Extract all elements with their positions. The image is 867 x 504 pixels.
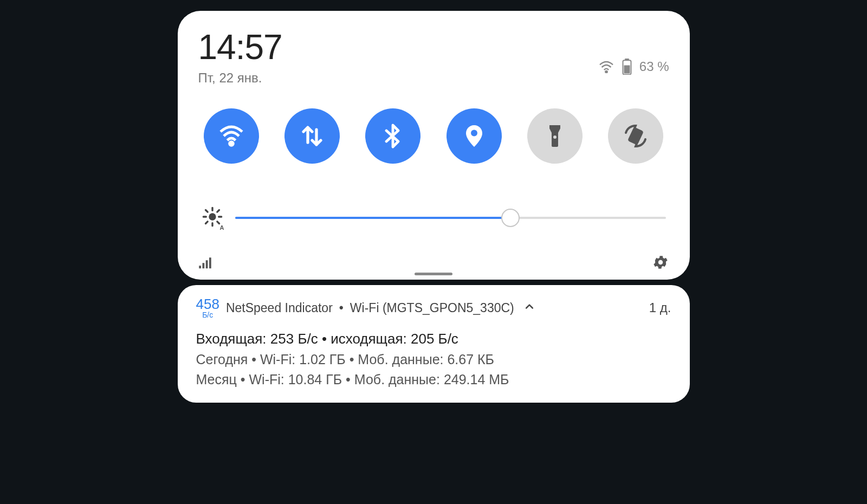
toggle-wifi[interactable]: [204, 108, 259, 164]
panel-bottom-row: [198, 254, 669, 271]
status-bar-right: 63 %: [598, 59, 669, 75]
svg-point-8: [209, 213, 216, 220]
notification-shade: 14:57 Пт, 22 янв. 63 %: [178, 11, 690, 504]
brightness-auto-label: A: [220, 224, 224, 231]
flashlight-icon: [542, 123, 568, 149]
notification-header: 458 Б/с NetSpeed Indicator • Wi-Fi (MGTS…: [196, 297, 671, 319]
svg-line-15: [205, 222, 208, 224]
header-left: 14:57 Пт, 22 янв.: [198, 27, 282, 86]
notification-line-1: Входящая: 253 Б/с • исходящая: 205 Б/с: [196, 331, 671, 347]
toggle-flashlight[interactable]: [527, 108, 583, 164]
slider-thumb[interactable]: [501, 209, 520, 227]
toggle-auto-rotate[interactable]: [608, 108, 663, 164]
panel-drag-handle[interactable]: [415, 273, 452, 275]
svg-rect-19: [205, 260, 208, 268]
wifi-status-icon: [598, 60, 614, 73]
notification-body: Входящая: 253 Б/с • исходящая: 205 Б/с С…: [196, 331, 671, 387]
svg-point-21: [658, 260, 663, 265]
svg-line-14: [217, 222, 219, 224]
svg-rect-17: [199, 266, 201, 268]
notification-line-3: Месяц • Wi-Fi: 10.84 ГБ • Моб. данные: 2…: [196, 372, 671, 387]
notification-age: 1 д.: [649, 300, 671, 315]
battery-percent: 63 %: [639, 59, 669, 74]
speed-value: 458: [196, 297, 219, 311]
brightness-slider[interactable]: [235, 208, 666, 228]
netspeed-badge-icon: 458 Б/с: [196, 297, 219, 319]
svg-line-13: [205, 210, 208, 212]
brightness-auto-icon[interactable]: A: [202, 206, 223, 230]
toggle-mobile-data[interactable]: [284, 108, 340, 164]
notification-line-2: Сегодня • Wi-Fi: 1.02 ГБ • Моб. данные: …: [196, 352, 671, 367]
wifi-icon: [218, 123, 244, 149]
svg-rect-3: [624, 66, 630, 74]
quick-toggles-row: [198, 86, 669, 164]
toggle-location[interactable]: [447, 108, 502, 164]
svg-point-6: [553, 135, 557, 139]
settings-gear-icon[interactable]: [652, 254, 669, 271]
brightness-row: A: [198, 206, 669, 230]
location-pin-icon: [461, 123, 487, 149]
clock-date: Пт, 22 янв.: [198, 70, 282, 86]
separator-dot: •: [339, 301, 344, 315]
quick-settings-panel: 14:57 Пт, 22 янв. 63 %: [178, 11, 690, 280]
bluetooth-icon: [380, 123, 406, 149]
rotate-icon: [623, 123, 649, 149]
clock-time: 14:57: [198, 27, 282, 67]
battery-icon: [622, 59, 632, 75]
svg-point-0: [605, 71, 607, 73]
sim-signal-icon[interactable]: [198, 255, 215, 269]
svg-rect-18: [202, 263, 204, 268]
svg-rect-7: [627, 127, 644, 145]
speed-unit: Б/с: [202, 311, 213, 319]
slider-fill: [235, 217, 511, 219]
svg-line-16: [217, 210, 219, 212]
collapse-caret-icon[interactable]: [524, 301, 535, 315]
svg-rect-20: [209, 257, 211, 268]
notification-app-name: NetSpeed Indicator: [226, 301, 333, 315]
data-arrows-icon: [299, 123, 325, 149]
notification-subtitle: Wi-Fi (MGTS_GPON5_330C): [350, 301, 514, 315]
svg-point-4: [229, 142, 233, 146]
notification-card[interactable]: 458 Б/с NetSpeed Indicator • Wi-Fi (MGTS…: [178, 285, 690, 403]
svg-point-5: [471, 130, 477, 136]
toggle-bluetooth[interactable]: [365, 108, 420, 164]
